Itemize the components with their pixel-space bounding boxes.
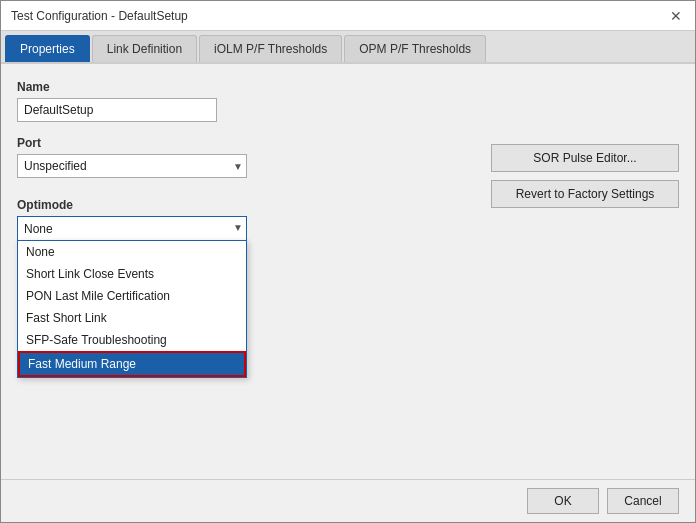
tab-iolm-thresholds[interactable]: iOLM P/F Thresholds — [199, 35, 342, 62]
title-bar: Test Configuration - DefaultSetup ✕ — [1, 1, 695, 31]
window-title: Test Configuration - DefaultSetup — [11, 9, 188, 23]
content-area: Name Port Unspecified ▼ Optimode ▼ — [1, 64, 695, 479]
optimode-option-fast-short[interactable]: Fast Short Link — [18, 307, 246, 329]
right-buttons-panel: SOR Pulse Editor... Revert to Factory Se… — [491, 144, 679, 208]
optimode-option-fast-medium[interactable]: Fast Medium Range — [18, 351, 246, 377]
name-field-group: Name — [17, 80, 679, 122]
optimode-option-short-link[interactable]: Short Link Close Events — [18, 263, 246, 285]
optimode-option-pon[interactable]: PON Last Mile Certification — [18, 285, 246, 307]
optimode-dropdown-wrapper: ▼ None Short Link Close Events PON Last … — [17, 216, 247, 240]
ok-button[interactable]: OK — [527, 488, 599, 514]
tab-opm-thresholds[interactable]: OPM P/F Thresholds — [344, 35, 486, 62]
optimode-option-none[interactable]: None — [18, 241, 246, 263]
tab-link-definition[interactable]: Link Definition — [92, 35, 197, 62]
port-select-wrapper: Unspecified ▼ — [17, 154, 247, 178]
optimode-input[interactable] — [17, 216, 247, 240]
optimode-dropdown-list: None Short Link Close Events PON Last Mi… — [17, 240, 247, 378]
close-button[interactable]: ✕ — [667, 7, 685, 25]
port-select[interactable]: Unspecified — [17, 154, 247, 178]
dialog-window: Test Configuration - DefaultSetup ✕ Prop… — [0, 0, 696, 523]
tabs-bar: Properties Link Definition iOLM P/F Thre… — [1, 31, 695, 64]
cancel-button[interactable]: Cancel — [607, 488, 679, 514]
sor-pulse-editor-button[interactable]: SOR Pulse Editor... — [491, 144, 679, 172]
bottom-bar: OK Cancel — [1, 479, 695, 522]
name-input[interactable] — [17, 98, 217, 122]
optimode-row: ▼ None Short Link Close Events PON Last … — [17, 216, 679, 240]
optimode-option-sfp-safe[interactable]: SFP-Safe Troubleshooting — [18, 329, 246, 351]
revert-factory-button[interactable]: Revert to Factory Settings — [491, 180, 679, 208]
tab-properties[interactable]: Properties — [5, 35, 90, 62]
name-label: Name — [17, 80, 679, 94]
